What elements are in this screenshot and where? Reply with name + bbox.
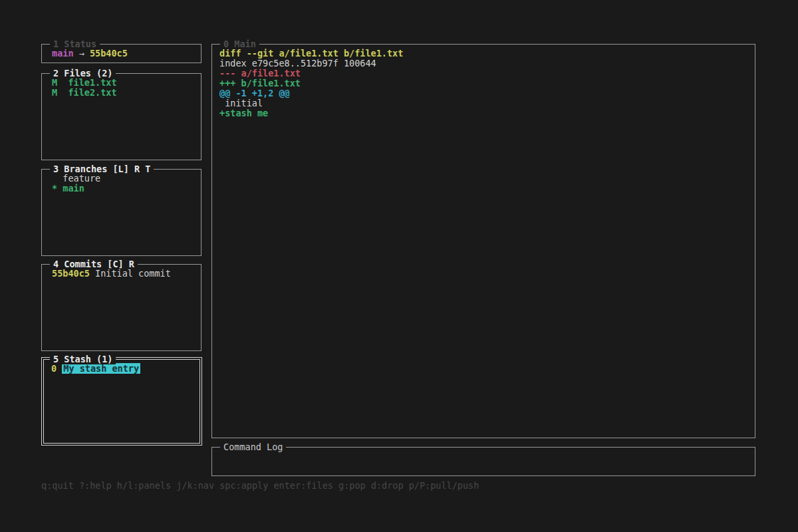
commit-hash: 55b40c5 — [52, 268, 90, 279]
file-name: file1.txt — [68, 77, 116, 88]
status-panel-title: 1 Status — [50, 39, 100, 49]
branch-name: feature — [63, 173, 100, 184]
status-line: main→55b40c5 — [52, 49, 196, 59]
branches-panel-title: 3 Branches [L] R T — [50, 164, 154, 174]
branches-panel[interactable]: 3 Branches [L] R T feature*main — [41, 169, 201, 256]
stash-message: My stash entry — [62, 363, 140, 374]
diff-line: diff --git a/file1.txt b/file1.txt — [219, 49, 749, 59]
head-commit-hash: 55b40c5 — [90, 48, 128, 59]
commit-row[interactable]: 55b40c5Initial commit — [52, 269, 196, 279]
command-log-title: Command Log — [220, 442, 286, 452]
commit-message: Initial commit — [95, 268, 171, 279]
stash-panel[interactable]: 5 Stash (1) 0My stash entry — [41, 357, 202, 446]
current-branch-name: main — [52, 48, 74, 59]
branch-row[interactable]: feature — [52, 174, 196, 184]
diff-line: +++ b/file1.txt — [219, 78, 749, 88]
stash-panel-title: 5 Stash (1) — [50, 354, 116, 364]
arrow-right-glyph: → — [79, 48, 84, 59]
file-status-flag: M — [52, 78, 68, 88]
status-panel[interactable]: 1 Status main→55b40c5 — [41, 44, 201, 63]
stash-row[interactable]: 0My stash entry — [51, 364, 196, 374]
diff-line-text: +stash me — [219, 108, 268, 118]
diff-line: @@ -1 +1,2 @@ — [219, 88, 749, 98]
file-row[interactable]: Mfile1.txt — [52, 78, 196, 88]
command-log-panel: Command Log — [211, 447, 755, 476]
stash-index: 0 — [51, 363, 57, 374]
diff-line-text: --- a/file1.txt — [219, 68, 301, 78]
main-panel-title: 0 Main — [220, 39, 259, 49]
help-bar: q:quit ?:help h/l:panels j/k:nav spc:app… — [41, 481, 479, 491]
current-branch-marker: * — [52, 184, 63, 194]
commits-panel-title: 4 Commits [C] R — [50, 259, 138, 269]
diff-line-text: diff --git a/file1.txt b/file1.txt — [219, 48, 403, 59]
diff-line-text: initial — [219, 98, 263, 108]
diff-line: +stash me — [219, 108, 749, 118]
files-panel[interactable]: 2 Files (2) Mfile1.txtMfile2.txt — [41, 73, 201, 160]
file-row[interactable]: Mfile2.txt — [52, 88, 196, 98]
diff-line-text: @@ -1 +1,2 @@ — [219, 88, 290, 98]
diff-line-text: +++ b/file1.txt — [219, 78, 301, 88]
files-panel-title: 2 Files (2) — [50, 68, 116, 78]
main-diff-panel[interactable]: 0 Main diff --git a/file1.txt b/file1.tx… — [211, 44, 755, 438]
diff-line-text: index e79c5e8..512b97f 100644 — [219, 58, 376, 68]
branch-row[interactable]: *main — [52, 184, 196, 194]
branch-name: main — [63, 183, 84, 194]
file-name: file2.txt — [68, 87, 116, 98]
file-status-flag: M — [52, 88, 68, 98]
diff-line: index e79c5e8..512b97f 100644 — [219, 59, 749, 68]
diff-line: --- a/file1.txt — [219, 68, 749, 78]
diff-line: initial — [219, 98, 749, 108]
commits-panel[interactable]: 4 Commits [C] R 55b40c5Initial commit — [41, 264, 201, 351]
